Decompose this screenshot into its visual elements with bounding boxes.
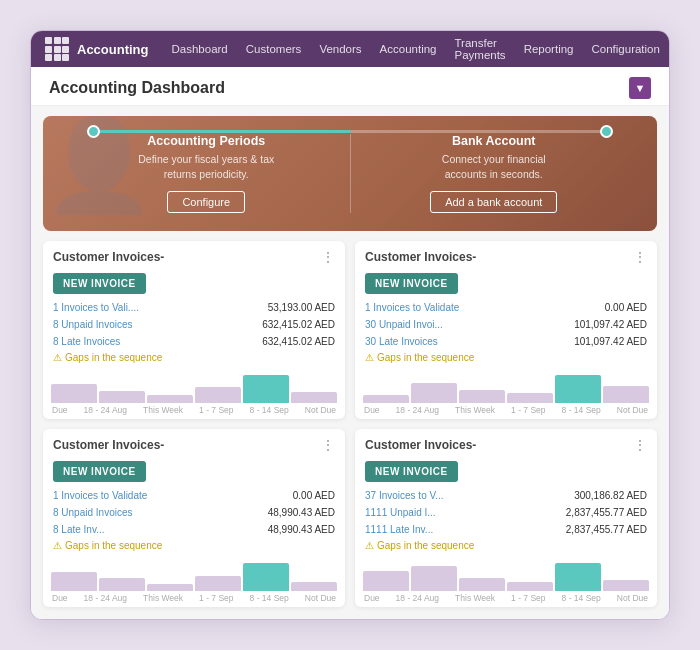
- invoice-label[interactable]: 8 Late Inv...: [53, 521, 173, 538]
- warning-icon: ⚠: [365, 540, 374, 551]
- chart-label: This Week: [455, 593, 495, 603]
- invoice-amount: 632,415.02 AED: [262, 316, 335, 333]
- invoice-row: 8 Unpaid Invoices 48,990.43 AED: [53, 504, 335, 521]
- card-header: Customer Invoices- ⋮: [43, 429, 345, 457]
- chart-label: 18 - 24 Aug: [84, 593, 127, 603]
- card-body: NEW INVOICE 1 Invoices to Validate 0.00 …: [355, 269, 657, 367]
- card-body: NEW INVOICE 1 Invoices to Vali.... 53,19…: [43, 269, 345, 367]
- nav-item-customers[interactable]: Customers: [237, 31, 311, 67]
- bar-5: [603, 580, 649, 591]
- main-window: Accounting DashboardCustomersVendorsAcco…: [30, 30, 670, 620]
- chart-label: Due: [364, 593, 380, 603]
- card-title: Customer Invoices-: [53, 250, 164, 264]
- chart-label: Not Due: [305, 405, 336, 415]
- warning-text: Gaps in the sequence: [65, 540, 162, 551]
- setup-step-1-title: Accounting Periods: [147, 134, 265, 148]
- invoice-card-2: Customer Invoices- ⋮ NEW INVOICE 1 Invoi…: [355, 241, 657, 419]
- invoice-amount: 48,990.43 AED: [268, 504, 335, 521]
- main-content: Accounting Periods Define your fiscal ye…: [31, 106, 669, 619]
- bar-3: [195, 387, 241, 403]
- invoice-amount: 48,990.43 AED: [268, 521, 335, 538]
- invoice-row: 8 Late Invoices 632,415.02 AED: [53, 333, 335, 350]
- card-header: Customer Invoices- ⋮: [355, 241, 657, 269]
- bar-2: [459, 578, 505, 591]
- setup-progress: [93, 130, 607, 133]
- chart-label: Not Due: [305, 593, 336, 603]
- invoice-label[interactable]: 1 Invoices to Validate: [53, 487, 173, 504]
- chart-label: 8 - 14 Sep: [562, 593, 601, 603]
- nav-item-reporting[interactable]: Reporting: [515, 31, 583, 67]
- setup-progress-fill: [93, 130, 350, 133]
- navbar: Accounting DashboardCustomersVendorsAcco…: [31, 31, 669, 67]
- invoice-label[interactable]: 1 Invoices to Validate: [365, 299, 485, 316]
- chart-label: 1 - 7 Sep: [511, 593, 546, 603]
- new-invoice-button[interactable]: NEW INVOICE: [365, 273, 458, 294]
- chart-labels: Due18 - 24 AugThis Week1 - 7 Sep8 - 14 S…: [51, 405, 337, 415]
- warning-row: ⚠ Gaps in the sequence: [53, 540, 335, 551]
- setup-step-2-title: Bank Account: [452, 134, 536, 148]
- card-menu-icon[interactable]: ⋮: [633, 437, 647, 453]
- invoice-amount: 632,415.02 AED: [262, 333, 335, 350]
- navbar-brand: Accounting: [77, 42, 149, 57]
- card-menu-icon[interactable]: ⋮: [633, 249, 647, 265]
- progress-dot-left: [87, 125, 100, 138]
- card-body: NEW INVOICE 37 Invoices to V... 300,186.…: [355, 457, 657, 555]
- invoice-row: 1111 Late Inv... 2,837,455.77 AED: [365, 521, 647, 538]
- invoice-row: 1 Invoices to Vali.... 53,193.00 AED: [53, 299, 335, 316]
- chart-bars: [51, 373, 337, 403]
- chart-bars: [363, 561, 649, 591]
- invoice-label[interactable]: 1 Invoices to Vali....: [53, 299, 173, 316]
- warning-icon: ⚠: [53, 540, 62, 551]
- invoice-rows: 1 Invoices to Vali.... 53,193.00 AED 8 U…: [53, 299, 335, 350]
- invoice-row: 30 Unpaid Invoi... 101,097.42 AED: [365, 316, 647, 333]
- new-invoice-button[interactable]: NEW INVOICE: [365, 461, 458, 482]
- chart-label: 1 - 7 Sep: [199, 405, 234, 415]
- invoice-label[interactable]: 37 Invoices to V...: [365, 487, 485, 504]
- chart-bars: [51, 561, 337, 591]
- nav-item-dashboard[interactable]: Dashboard: [163, 31, 237, 67]
- invoice-label[interactable]: 1111 Late Inv...: [365, 521, 485, 538]
- add-bank-button[interactable]: Add a bank account: [430, 191, 557, 213]
- card-menu-icon[interactable]: ⋮: [321, 437, 335, 453]
- new-invoice-button[interactable]: NEW INVOICE: [53, 273, 146, 294]
- chart-label: Not Due: [617, 593, 648, 603]
- card-menu-icon[interactable]: ⋮: [321, 249, 335, 265]
- invoice-label[interactable]: 8 Late Invoices: [53, 333, 173, 350]
- chart-labels: Due18 - 24 AugThis Week1 - 7 Sep8 - 14 S…: [51, 593, 337, 603]
- chart-label: This Week: [143, 593, 183, 603]
- invoice-row: 1 Invoices to Validate 0.00 AED: [365, 299, 647, 316]
- bar-1: [411, 383, 457, 403]
- invoice-label[interactable]: 8 Unpaid Invoices: [53, 316, 173, 333]
- bar-2: [459, 390, 505, 403]
- nav-item-configuration[interactable]: Configuration: [583, 31, 669, 67]
- bar-4: [243, 563, 289, 591]
- warning-text: Gaps in the sequence: [377, 352, 474, 363]
- configure-button[interactable]: Configure: [167, 191, 245, 213]
- invoice-row: 1 Invoices to Validate 0.00 AED: [53, 487, 335, 504]
- invoice-label[interactable]: 30 Unpaid Invoi...: [365, 316, 485, 333]
- filter-icon[interactable]: ▼: [629, 77, 651, 99]
- nav-item-transfer-payments[interactable]: Transfer Payments: [445, 31, 514, 67]
- invoice-card-4: Customer Invoices- ⋮ NEW INVOICE 37 Invo…: [355, 429, 657, 607]
- bar-3: [195, 576, 241, 591]
- page-header: Accounting Dashboard ▼: [31, 67, 669, 106]
- chart-labels: Due18 - 24 AugThis Week1 - 7 Sep8 - 14 S…: [363, 405, 649, 415]
- card-title: Customer Invoices-: [365, 250, 476, 264]
- progress-dot-right: [600, 125, 613, 138]
- chart-bars: [363, 373, 649, 403]
- invoice-label[interactable]: 1111 Unpaid I...: [365, 504, 485, 521]
- chart-area: Due18 - 24 AugThis Week1 - 7 Sep8 - 14 S…: [43, 367, 345, 419]
- setup-step-1-desc: Define your fiscal years & tax returns p…: [136, 152, 276, 181]
- new-invoice-button[interactable]: NEW INVOICE: [53, 461, 146, 482]
- invoice-label[interactable]: 8 Unpaid Invoices: [53, 504, 173, 521]
- warning-icon: ⚠: [53, 352, 62, 363]
- nav-item-accounting[interactable]: Accounting: [371, 31, 446, 67]
- nav-item-vendors[interactable]: Vendors: [310, 31, 370, 67]
- warning-row: ⚠ Gaps in the sequence: [53, 352, 335, 363]
- invoice-row: 30 Late Invoices 101,097.42 AED: [365, 333, 647, 350]
- invoice-rows: 1 Invoices to Validate 0.00 AED 30 Unpai…: [365, 299, 647, 350]
- invoice-label[interactable]: 30 Late Invoices: [365, 333, 485, 350]
- bar-0: [51, 572, 97, 591]
- invoice-amount: 300,186.82 AED: [574, 487, 647, 504]
- bar-2: [147, 395, 193, 403]
